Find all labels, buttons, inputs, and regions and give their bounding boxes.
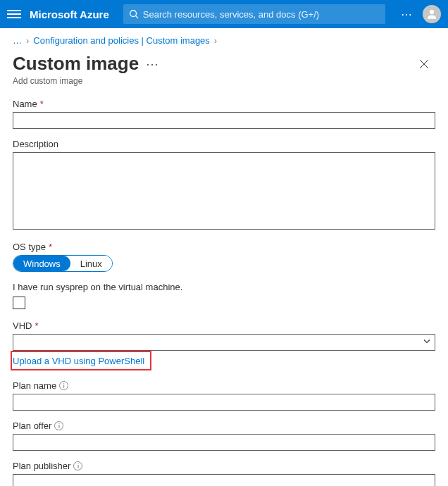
vhd-select[interactable] (13, 334, 435, 351)
description-label: Description (13, 139, 58, 149)
avatar[interactable] (423, 5, 441, 23)
close-button[interactable] (413, 53, 435, 75)
name-label: Name (13, 99, 37, 109)
close-icon (419, 59, 429, 69)
info-icon[interactable]: i (73, 461, 82, 471)
svg-point-2 (430, 10, 434, 14)
more-icon[interactable]: ⋯ (401, 8, 413, 21)
top-bar: Microsoft Azure Search resources, servic… (0, 0, 448, 28)
blade-header: Custom image ⋯ Add custom image (0, 49, 448, 90)
plan-offer-label: Plan offer (13, 420, 51, 431)
os-type-label: OS type (13, 242, 46, 252)
page-title: Custom image (13, 53, 139, 75)
required-icon: * (35, 320, 38, 331)
info-icon[interactable]: i (54, 421, 63, 430)
chevron-right-icon: › (214, 35, 217, 46)
chevron-right-icon: › (26, 35, 29, 46)
more-icon[interactable]: ⋯ (146, 56, 158, 72)
description-field[interactable] (13, 152, 435, 230)
svg-line-1 (135, 16, 138, 19)
os-linux-option[interactable]: Linux (70, 256, 112, 271)
svg-point-0 (130, 11, 137, 17)
name-field[interactable] (13, 112, 435, 129)
plan-name-label: Plan name (13, 380, 56, 391)
sysprep-label: I have run sysprep on the virtual machin… (13, 282, 435, 292)
sysprep-checkbox[interactable] (13, 297, 25, 309)
brand-label[interactable]: Microsoft Azure (30, 8, 109, 20)
search-placeholder: Search resources, services, and docs (G+… (143, 9, 319, 20)
info-icon[interactable]: i (59, 381, 68, 390)
plan-offer-field[interactable] (13, 434, 435, 451)
required-icon: * (49, 242, 52, 252)
search-icon (129, 9, 139, 19)
vhd-label: VHD (13, 320, 32, 331)
menu-icon[interactable] (7, 7, 21, 21)
upload-vhd-link[interactable]: Upload a VHD using PowerShell (13, 355, 147, 368)
os-type-toggle: Windows Linux (13, 255, 113, 272)
os-windows-option[interactable]: Windows (13, 256, 70, 271)
user-icon (425, 8, 438, 20)
plan-publisher-label: Plan publisher (13, 461, 70, 471)
plan-publisher-field[interactable] (13, 474, 435, 486)
page-subtitle: Add custom image (13, 76, 413, 86)
plan-name-field[interactable] (13, 394, 435, 411)
breadcrumb-link[interactable]: Configuration and policies | Custom imag… (33, 35, 210, 46)
breadcrumb: … › Configuration and policies | Custom … (0, 28, 448, 49)
required-icon: * (40, 99, 44, 109)
form: Name * Description OS type * Windows Lin… (0, 90, 448, 486)
search-input[interactable]: Search resources, services, and docs (G+… (123, 4, 385, 24)
breadcrumb-prefix[interactable]: … (13, 35, 22, 46)
